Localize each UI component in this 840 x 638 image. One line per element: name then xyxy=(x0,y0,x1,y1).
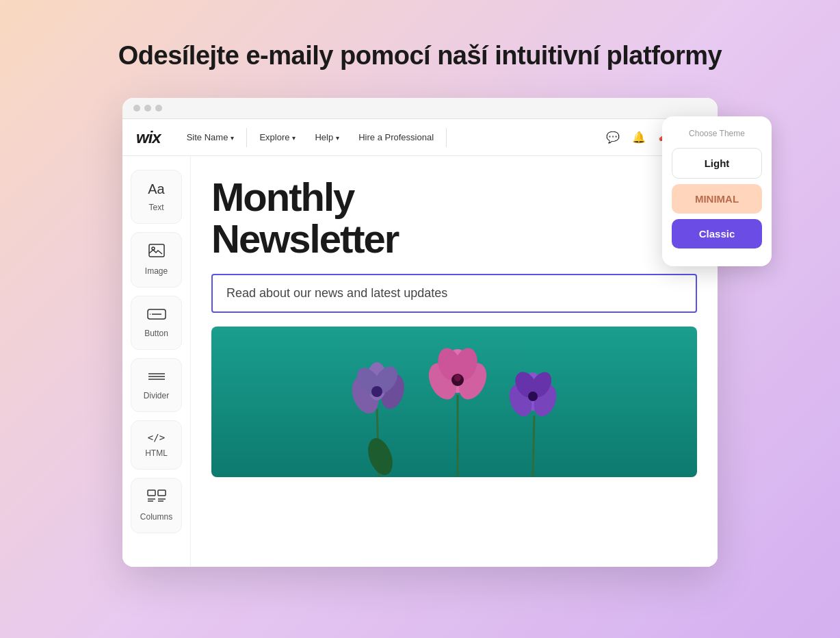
svg-point-28 xyxy=(454,374,461,381)
nav-help[interactable]: Help xyxy=(305,119,349,155)
nav-hire[interactable]: Hire a Professional xyxy=(349,119,443,155)
left-sidebar: Aa Text Image xyxy=(122,156,191,567)
flower-3-svg xyxy=(506,347,560,477)
theme-classic-option[interactable]: Classic xyxy=(672,219,762,248)
text-widget-icon: Aa xyxy=(148,181,164,197)
dot-1 xyxy=(133,105,140,112)
subtitle-text: Read about our news and latest updates xyxy=(226,286,447,300)
button-widget-icon xyxy=(147,307,166,323)
bell-icon[interactable]: 🔔 xyxy=(631,130,646,145)
svg-point-20 xyxy=(371,386,382,397)
widget-html[interactable]: </> HTML xyxy=(131,420,182,470)
widget-divider[interactable]: Divider xyxy=(131,358,182,412)
editor-area: Aa Text Image xyxy=(122,156,718,567)
widget-image[interactable]: Image xyxy=(131,232,182,288)
columns-widget-icon xyxy=(147,489,166,507)
theme-light-option[interactable]: Light xyxy=(672,148,762,179)
explore-chevron xyxy=(292,132,296,142)
svg-rect-8 xyxy=(148,490,155,496)
nav-site-name[interactable]: Site Name xyxy=(177,119,244,155)
widget-columns[interactable]: Columns xyxy=(131,478,182,533)
wix-navbar: wix Site Name Explore Help Hire a Profes… xyxy=(122,119,718,156)
subtitle-box[interactable]: Read about our news and latest updates xyxy=(211,274,697,313)
svg-line-29 xyxy=(533,416,534,477)
site-name-chevron xyxy=(231,132,234,142)
flower-container xyxy=(211,327,697,477)
image-widget-icon xyxy=(148,244,165,261)
leaf-svg xyxy=(367,422,394,477)
help-chevron xyxy=(336,132,339,142)
comment-icon[interactable]: 💬 xyxy=(605,130,620,145)
text-widget-label: Text xyxy=(148,203,163,212)
theme-minimal-option[interactable]: MINIMAL xyxy=(672,184,762,214)
svg-rect-9 xyxy=(158,490,166,496)
widget-button[interactable]: Button xyxy=(131,296,182,350)
nav-separator-1 xyxy=(246,128,247,147)
widget-text[interactable]: Aa Text xyxy=(131,170,182,224)
divider-widget-label: Divider xyxy=(144,391,169,400)
nav-explore[interactable]: Explore xyxy=(250,119,305,155)
dot-3 xyxy=(155,105,162,112)
svg-point-36 xyxy=(367,435,394,477)
newsletter-title: Monthly Newsletter xyxy=(211,177,697,260)
flower-image xyxy=(211,327,697,477)
columns-widget-label: Columns xyxy=(140,512,172,522)
content-area: Monthly Newsletter Read about our news a… xyxy=(191,156,718,567)
html-widget-label: HTML xyxy=(145,448,168,458)
html-widget-icon: </> xyxy=(148,432,165,443)
theme-chooser-title: Choose Theme xyxy=(672,129,762,138)
dot-2 xyxy=(144,105,151,112)
wix-logo: wix xyxy=(136,128,161,147)
flower-2-svg xyxy=(423,333,492,477)
nav-separator-2 xyxy=(446,128,447,147)
divider-widget-icon xyxy=(147,370,166,385)
theme-chooser-panel: Choose Theme Light MINIMAL Classic xyxy=(662,116,772,266)
browser-window: wix Site Name Explore Help Hire a Profes… xyxy=(122,98,718,567)
svg-rect-0 xyxy=(149,244,164,257)
image-widget-label: Image xyxy=(145,266,168,276)
browser-topbar xyxy=(122,98,718,119)
svg-point-35 xyxy=(528,392,538,401)
page-title: Odesílejte e-maily pomocí naší intuitivn… xyxy=(118,41,722,71)
button-widget-label: Button xyxy=(144,329,168,338)
